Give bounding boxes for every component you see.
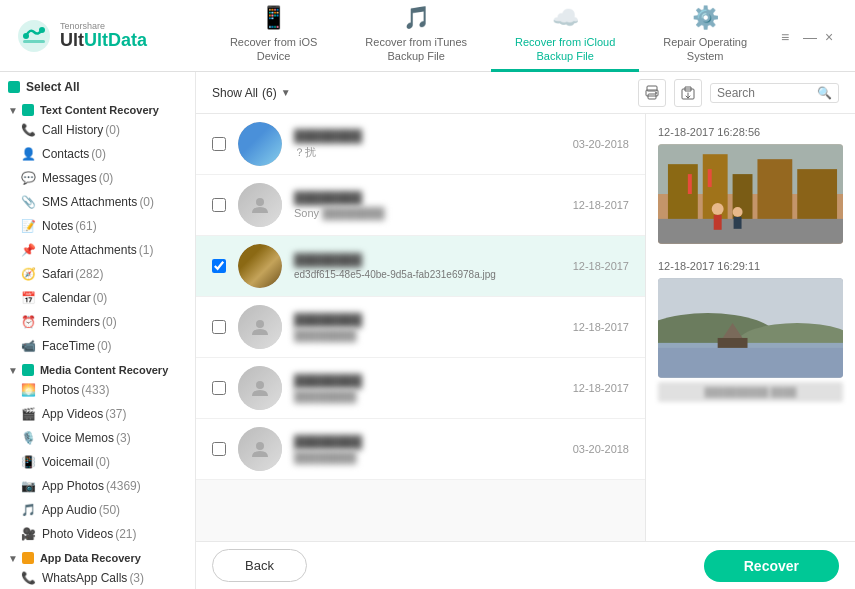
messages-count: (0) — [99, 171, 114, 185]
file-list: ████████ ？扰 03-20-2018 — [196, 114, 645, 541]
svg-point-0 — [18, 20, 50, 52]
item-checkbox-4[interactable] — [212, 320, 226, 334]
item-checkbox-6[interactable] — [212, 442, 226, 456]
item-info-5: ████████ ████████ — [294, 374, 573, 402]
sidebar-item-app-photos[interactable]: 📷 App Photos (4369) — [0, 474, 195, 498]
whatsapp-calls-icon: 📞 — [20, 570, 36, 586]
item-info-6: ████████ ████████ — [294, 435, 573, 463]
icloud-icon: ☁️ — [552, 5, 579, 31]
notes-icon: 📝 — [20, 218, 36, 234]
tab-ios-label: Recover from iOSDevice — [230, 35, 317, 64]
sidebar-item-call-history[interactable]: 📞 Call History (0) — [0, 118, 195, 142]
item-thumb-1 — [238, 122, 282, 166]
sidebar-select-all[interactable]: Select All — [0, 76, 195, 98]
item-checkbox-1[interactable] — [212, 137, 226, 151]
item-info-4: ████████ ████████ — [294, 313, 573, 341]
minimize-icon[interactable]: — — [803, 29, 817, 43]
list-item[interactable]: ████████ Sony ████████ 12-18-2017 — [196, 175, 645, 236]
calendar-icon: 📅 — [20, 290, 36, 306]
sidebar-section-text[interactable]: ▼ Text Content Recovery — [0, 98, 195, 118]
tab-ios[interactable]: 📱 Recover from iOSDevice — [206, 0, 341, 72]
photo-videos-count: (21) — [115, 527, 136, 541]
sidebar-item-messages[interactable]: 💬 Messages (0) — [0, 166, 195, 190]
sidebar-item-app-audio[interactable]: 🎵 App Audio (50) — [0, 498, 195, 522]
show-all-label: Show All — [212, 86, 258, 100]
item-info-2: ████████ Sony ████████ — [294, 191, 573, 219]
sidebar-section-media[interactable]: ▼ Media Content Recovery — [0, 358, 195, 378]
sidebar-item-safari[interactable]: 🧭 Safari (282) — [0, 262, 195, 286]
sidebar-item-voice-memos[interactable]: 🎙️ Voice Memos (3) — [0, 426, 195, 450]
close-icon[interactable]: × — [825, 29, 839, 43]
item-name-1: ████████ — [294, 129, 573, 143]
menu-icon[interactable]: ≡ — [781, 29, 795, 43]
messages-label: Messages — [42, 171, 97, 185]
list-item[interactable]: ████████ ？扰 03-20-2018 — [196, 114, 645, 175]
photos-label: Photos — [42, 383, 79, 397]
contacts-label: Contacts — [42, 147, 89, 161]
list-item[interactable]: ████████ ████████ 12-18-2017 — [196, 297, 645, 358]
item-checkbox-2[interactable] — [212, 198, 226, 212]
content-toolbar: Show All (6) ▼ — [196, 72, 855, 114]
item-sub-1: ？扰 — [294, 145, 573, 160]
show-all-button[interactable]: Show All (6) ▼ — [212, 86, 291, 100]
sms-label: SMS Attachments — [42, 195, 137, 209]
sidebar-item-voicemail[interactable]: 📳 Voicemail (0) — [0, 450, 195, 474]
tab-itunes[interactable]: 🎵 Recover from iTunesBackup File — [341, 0, 491, 72]
sidebar-section-app-data[interactable]: ▼ App Data Recovery — [0, 546, 195, 566]
sidebar-item-facetime[interactable]: 📹 FaceTime (0) — [0, 334, 195, 358]
app-name: UltUltData — [60, 31, 147, 51]
svg-rect-20 — [658, 219, 843, 244]
sidebar-item-photos[interactable]: 🌅 Photos (433) — [0, 378, 195, 402]
text-section-icon — [22, 104, 34, 116]
print-button[interactable] — [638, 79, 666, 107]
bottom-bar: Back Recover — [196, 541, 855, 589]
list-item[interactable]: ████████ ████████ 12-18-2017 — [196, 358, 645, 419]
sms-icon: 📎 — [20, 194, 36, 210]
preview-panel: 12-18-2017 16:28:56 — [645, 114, 855, 541]
item-checkbox-5[interactable] — [212, 381, 226, 395]
preview-item-1: 12-18-2017 16:28:56 — [658, 126, 843, 244]
tab-repair[interactable]: ⚙️ Repair OperatingSystem — [639, 0, 771, 72]
facetime-count: (0) — [97, 339, 112, 353]
item-sub-5: ████████ — [294, 390, 573, 402]
sidebar-item-whatsapp-calls[interactable]: 📞 WhatsApp Calls (3) — [0, 566, 195, 589]
search-box: 🔍 — [710, 83, 839, 103]
svg-point-23 — [733, 207, 743, 217]
item-checkbox-3[interactable] — [212, 259, 226, 273]
search-icon[interactable]: 🔍 — [817, 86, 832, 100]
sidebar-item-calendar[interactable]: 📅 Calendar (0) — [0, 286, 195, 310]
item-info-3: ████████ ed3df615-48e5-40be-9d5a-fab231e… — [294, 253, 573, 280]
app-videos-icon: 🎬 — [20, 406, 36, 422]
recover-button[interactable]: Recover — [704, 550, 839, 582]
safari-count: (282) — [75, 267, 103, 281]
app-photos-count: (4369) — [106, 479, 141, 493]
item-thumb-5 — [238, 366, 282, 410]
svg-rect-25 — [688, 174, 692, 194]
item-date-6: 03-20-2018 — [573, 443, 629, 455]
svg-point-21 — [712, 203, 724, 215]
search-input[interactable] — [717, 86, 817, 100]
back-button[interactable]: Back — [212, 549, 307, 582]
sidebar-item-note-attachments[interactable]: 📌 Note Attachments (1) — [0, 238, 195, 262]
export-button[interactable] — [674, 79, 702, 107]
svg-point-9 — [256, 198, 264, 206]
main-area: Select All ▼ Text Content Recovery 📞 Cal… — [0, 72, 855, 589]
sidebar-item-reminders[interactable]: ⏰ Reminders (0) — [0, 310, 195, 334]
item-date-5: 12-18-2017 — [573, 382, 629, 394]
preview-image-2 — [658, 278, 843, 378]
sidebar-item-notes[interactable]: 📝 Notes (61) — [0, 214, 195, 238]
show-all-arrow: ▼ — [281, 87, 291, 98]
safari-label: Safari — [42, 267, 73, 281]
voice-memos-icon: 🎙️ — [20, 430, 36, 446]
list-item[interactable]: ████████ ████████ 03-20-2018 — [196, 419, 645, 480]
list-item[interactable]: ████████ ed3df615-48e5-40be-9d5a-fab231e… — [196, 236, 645, 297]
whatsapp-calls-count: (3) — [129, 571, 144, 585]
app-photos-label: App Photos — [42, 479, 104, 493]
sidebar-item-contacts[interactable]: 👤 Contacts (0) — [0, 142, 195, 166]
sidebar-item-photo-videos[interactable]: 🎥 Photo Videos (21) — [0, 522, 195, 546]
sidebar-item-sms-attachments[interactable]: 📎 SMS Attachments (0) — [0, 190, 195, 214]
calendar-label: Calendar — [42, 291, 91, 305]
tab-icloud[interactable]: ☁️ Recover from iCloudBackup File — [491, 0, 639, 72]
sidebar-item-app-videos[interactable]: 🎬 App Videos (37) — [0, 402, 195, 426]
app-audio-label: App Audio — [42, 503, 97, 517]
